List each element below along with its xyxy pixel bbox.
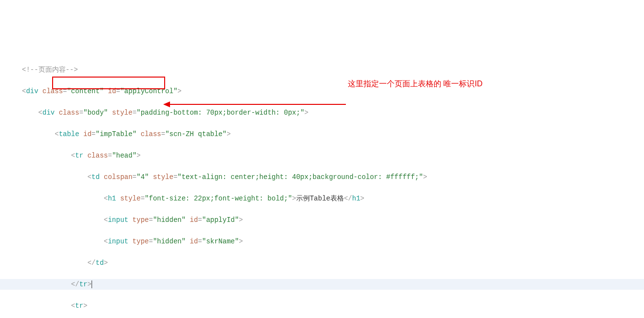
code-line-highlighted: </tr> — [0, 279, 644, 290]
code-line: <table id="impTable" class="scn-ZH qtabl… — [0, 129, 644, 139]
code-line: <h1 style="font-size: 22px;font-weight: … — [0, 193, 644, 204]
code-line: <!--页面内容--> — [0, 64, 644, 75]
code-line: <input type="hidden" id="skrName"> — [0, 236, 644, 247]
code-line: <tr> — [0, 300, 644, 311]
annotation-label: 这里指定一个页面上表格的 唯一标识ID — [348, 79, 482, 89]
html-comment: <!--页面内容--> — [22, 66, 78, 74]
code-editor-viewport: <!--页面内容--> <div class="content" id="app… — [0, 43, 644, 318]
code-line: <td colspan="4" style="text-align: cente… — [0, 172, 644, 182]
svg-marker-1 — [163, 101, 170, 107]
code-line: <div class="body" style="padding-bottom:… — [0, 107, 644, 118]
code-line: <input type="hidden" id="applyId"> — [0, 215, 644, 225]
code-line: </td> — [0, 258, 644, 268]
code-line: <div class="content" id="applyControl"> — [0, 86, 644, 97]
code-line: <tr class="head"> — [0, 150, 644, 161]
text-cursor — [92, 280, 92, 288]
